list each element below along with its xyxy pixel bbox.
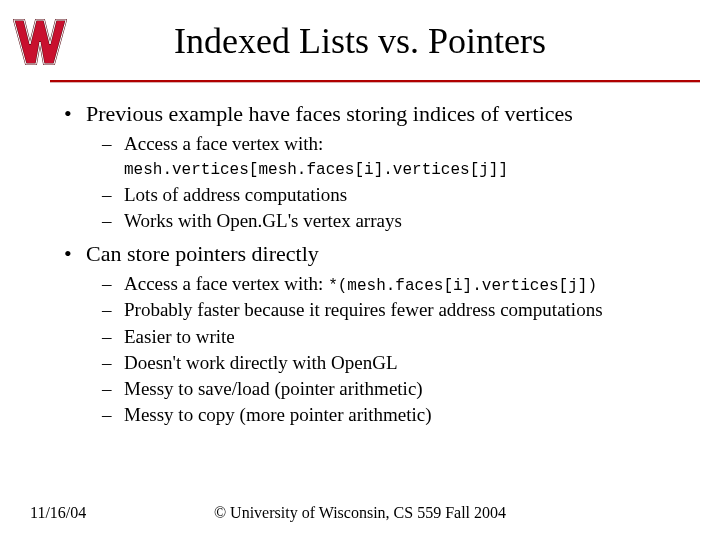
code-index-access: mesh.vertices[mesh.faces[i].vertices[j]] [124,161,508,179]
sub-faster: Probably faster because it requires fewe… [102,298,690,322]
sub-messy-save: Messy to save/load (pointer arithmetic) [102,377,690,401]
slide-title: Indexed Lists vs. Pointers [0,20,720,62]
bullet-text: Can store pointers directly [86,241,319,266]
footer-date: 11/16/04 [30,504,86,522]
bullet-previous-example: Previous example have faces storing indi… [60,100,690,128]
sub-access-index: Access a face vertex with: mesh.vertices… [102,132,690,181]
sub-messy-copy: Messy to copy (more pointer arithmetic) [102,403,690,427]
footer-copyright: © University of Wisconsin, CS 559 Fall 2… [30,504,690,522]
slide-content: Previous example have faces storing indi… [60,100,690,430]
slide-footer: 11/16/04 © University of Wisconsin, CS 5… [30,504,690,522]
sub-access-pointer: Access a face vertex with: *(mesh.faces[… [102,272,690,296]
slide: Indexed Lists vs. Pointers Previous exam… [0,0,720,540]
bullet-pointers: Can store pointers directly [60,240,690,268]
code-pointer-access: *(mesh.faces[i].vertices[j]) [328,277,597,295]
sub-text: Access a face vertex with: [124,133,323,154]
sub-text: Access a face vertex with: [124,273,328,294]
sub-lots-address: Lots of address computations [102,183,690,207]
bullet-text: Previous example have faces storing indi… [86,101,573,126]
sub-no-opengl: Doesn't work directly with OpenGL [102,351,690,375]
sub-works-opengl: Works with Open.GL's vertex arrays [102,209,690,233]
title-underline [50,80,700,83]
sub-easier: Easier to write [102,325,690,349]
